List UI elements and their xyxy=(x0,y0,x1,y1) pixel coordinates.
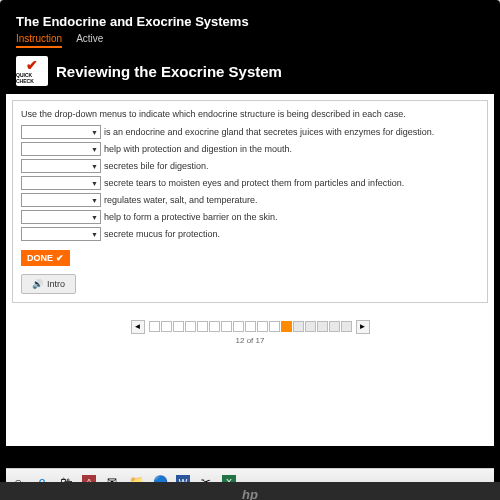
intro-button[interactable]: 🔊 Intro xyxy=(21,274,76,294)
chevron-down-icon: ▼ xyxy=(91,146,98,153)
page-box[interactable] xyxy=(329,321,340,332)
page-box[interactable] xyxy=(221,321,232,332)
check-icon: ✔ xyxy=(56,253,64,263)
page-box[interactable] xyxy=(197,321,208,332)
pager-next[interactable]: ► xyxy=(356,320,370,334)
question-text: is an endocrine and exocrine gland that … xyxy=(104,127,434,137)
app-header: The Endocrine and Exocrine Systems Instr… xyxy=(6,6,494,52)
tab-instruction[interactable]: Instruction xyxy=(16,33,62,48)
page-box[interactable] xyxy=(233,321,244,332)
page-box[interactable] xyxy=(173,321,184,332)
chevron-down-icon: ▼ xyxy=(91,231,98,238)
dropdown-4[interactable]: ▼ xyxy=(21,176,101,190)
question-text: help to form a protective barrier on the… xyxy=(104,212,278,222)
page-box[interactable] xyxy=(245,321,256,332)
check-icon: ✔ xyxy=(26,58,38,72)
quick-check-badge: ✔ QUICK CHECK xyxy=(16,56,48,86)
page-box[interactable] xyxy=(317,321,328,332)
question-text: secretes bile for digestion. xyxy=(104,161,209,171)
page-box[interactable] xyxy=(149,321,160,332)
instruction-text: Use the drop-down menus to indicate whic… xyxy=(21,109,479,119)
section-title: Reviewing the Exocrine System xyxy=(56,63,282,80)
page-box[interactable] xyxy=(209,321,220,332)
question-text: secrete mucus for protection. xyxy=(104,229,220,239)
page-box[interactable] xyxy=(257,321,268,332)
chevron-down-icon: ▼ xyxy=(91,214,98,221)
dropdown-7[interactable]: ▼ xyxy=(21,227,101,241)
page-box[interactable] xyxy=(293,321,304,332)
pager-prev[interactable]: ◄ xyxy=(131,320,145,334)
tabs: Instruction Active xyxy=(16,33,484,48)
page-box[interactable] xyxy=(305,321,316,332)
chevron-down-icon: ▼ xyxy=(91,129,98,136)
question-row: ▼ regulates water, salt, and temperature… xyxy=(21,193,479,207)
page-box[interactable] xyxy=(161,321,172,332)
dropdown-3[interactable]: ▼ xyxy=(21,159,101,173)
hp-logo: hp xyxy=(242,487,258,500)
page-box[interactable] xyxy=(185,321,196,332)
done-button[interactable]: DONE ✔ xyxy=(21,250,70,266)
chevron-down-icon: ▼ xyxy=(91,163,98,170)
question-row: ▼ is an endocrine and exocrine gland tha… xyxy=(21,125,479,139)
page-box-current[interactable] xyxy=(281,321,292,332)
speaker-icon: 🔊 xyxy=(32,279,43,289)
app-title: The Endocrine and Exocrine Systems xyxy=(16,14,484,29)
content-panel: Use the drop-down menus to indicate whic… xyxy=(12,100,488,303)
dropdown-2[interactable]: ▼ xyxy=(21,142,101,156)
section-header: ✔ QUICK CHECK Reviewing the Exocrine Sys… xyxy=(6,52,494,94)
question-text: secrete tears to moisten eyes and protec… xyxy=(104,178,404,188)
page-box[interactable] xyxy=(269,321,280,332)
question-text: regulates water, salt, and temperature. xyxy=(104,195,258,205)
question-row: ▼ secrete tears to moisten eyes and prot… xyxy=(21,176,479,190)
question-text: help with protection and digestion in th… xyxy=(104,144,292,154)
question-row: ▼ secrete mucus for protection. xyxy=(21,227,479,241)
page-box[interactable] xyxy=(341,321,352,332)
chevron-down-icon: ▼ xyxy=(91,180,98,187)
question-row: ▼ secretes bile for digestion. xyxy=(21,159,479,173)
dropdown-5[interactable]: ▼ xyxy=(21,193,101,207)
chevron-down-icon: ▼ xyxy=(91,197,98,204)
question-row: ▼ help with protection and digestion in … xyxy=(21,142,479,156)
pager: ◄ ► 12 of 17 xyxy=(6,309,494,347)
page-label: 12 of 17 xyxy=(6,336,494,345)
tab-active[interactable]: Active xyxy=(76,33,103,48)
question-row: ▼ help to form a protective barrier on t… xyxy=(21,210,479,224)
dropdown-1[interactable]: ▼ xyxy=(21,125,101,139)
dropdown-6[interactable]: ▼ xyxy=(21,210,101,224)
